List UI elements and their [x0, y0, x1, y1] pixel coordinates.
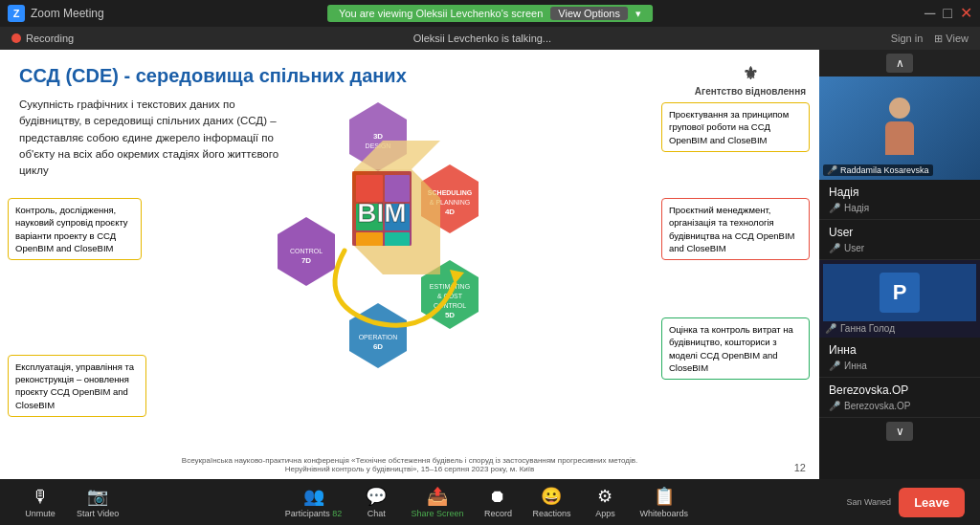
footer-line1: Всеукраїнська науково-практична конферен…	[19, 456, 800, 465]
presentation-area: ССД (CDE) - середовища спільних даних Су…	[0, 50, 819, 479]
svg-text:CONTROL: CONTROL	[290, 248, 323, 254]
participants-button[interactable]: 👥 Participants 82	[278, 482, 350, 522]
participant-sublabel-berezovska: Berezovska.OP	[844, 401, 910, 411]
mic-icon-hanna: 🎤	[825, 323, 836, 334]
apps-icon: ⚙	[597, 486, 612, 507]
participant-sublabel-user: User	[844, 243, 864, 253]
callout-bot-right: Оцінка та контроль витрат на будівництво…	[661, 317, 810, 380]
app-icon: Z	[8, 5, 25, 22]
screen-share-banner: You are viewing Oleksii Levchenko's scre…	[327, 5, 653, 22]
share-screen-button[interactable]: 📤 Share Screen	[403, 482, 471, 522]
svg-text:4D: 4D	[445, 208, 455, 216]
local-user-name: San Waned	[846, 497, 891, 507]
participant-sublabel-hanna: Ганна Голод	[840, 323, 895, 334]
record-button[interactable]: ⏺ Record	[473, 483, 523, 522]
participant-item-hanna: P 🎤 Ганна Голод	[819, 260, 980, 338]
svg-rect-26	[356, 232, 383, 246]
participant-item-user: User 🎤 User	[819, 220, 980, 260]
callout-text-2: Проєктний менеджмент, організація та тех…	[669, 205, 794, 253]
app-title: Zoom Meeting	[31, 7, 104, 20]
svg-text:5D: 5D	[445, 311, 455, 319]
apps-label: Apps	[595, 509, 615, 518]
callout-text-3: Оцінка та контроль витрат на будівництво…	[669, 324, 793, 373]
maximize-button[interactable]: □	[943, 6, 952, 21]
unmute-button[interactable]: 🎙 Unmute	[15, 483, 65, 522]
leave-button[interactable]: Leave	[899, 488, 965, 517]
participant-nav-down: ∨	[819, 418, 980, 445]
nav-down-button[interactable]: ∨	[886, 422, 913, 441]
minimize-button[interactable]: ─	[924, 6, 935, 21]
chat-button[interactable]: 💬 Chat	[351, 482, 401, 522]
whiteboards-label: Whiteboards	[639, 509, 688, 518]
whiteboards-button[interactable]: 📋 Whiteboards	[632, 482, 696, 522]
participant-nav-up: ∧	[819, 50, 980, 77]
participants-icon: 👥	[303, 486, 324, 507]
chevron-down-icon: ▾	[635, 8, 641, 20]
recording-badge: Recording	[11, 33, 74, 44]
reactions-label: Reactions	[532, 509, 570, 518]
apps-button[interactable]: ⚙ Apps	[580, 482, 630, 522]
header-actions: Sign in ⊞ View	[891, 33, 969, 45]
participant-item-nadia: Надія 🎤 Надія	[819, 180, 980, 220]
whiteboards-icon: 📋	[654, 486, 675, 507]
participant-name-badge: 🎤 Raddamila Kosarevska	[823, 164, 933, 176]
bim-svg: 3D DESIGN SCHEDULING & PLANNING 4D ESTIM…	[249, 93, 507, 370]
mic-icon-berezovska: 🎤	[829, 401, 840, 411]
mic-icon: 🎤	[827, 165, 837, 175]
participant-name-inna: Инна	[829, 343, 970, 357]
title-bar: Z Zoom Meeting You are viewing Oleksii L…	[0, 0, 980, 27]
chat-label: Chat	[368, 509, 386, 518]
reactions-button[interactable]: 😀 Reactions	[524, 482, 578, 522]
window-controls: ─ □ ✕	[924, 6, 972, 21]
chat-icon: 💬	[366, 486, 387, 507]
record-label: Record	[484, 509, 512, 518]
callout-text-1: Проєктування за принципом групової робот…	[669, 109, 789, 145]
sign-in-link[interactable]: Sign in	[891, 33, 924, 45]
mic-icon-inna: 🎤	[829, 361, 840, 371]
callout-text-4: Експлуатація, управління та реконструкці…	[15, 361, 134, 410]
logo-icon: ⚜	[695, 63, 806, 84]
svg-text:6D: 6D	[373, 342, 383, 351]
participant-sublabel-inna: Инна	[844, 361, 867, 371]
toolbar-right-group: San Waned Leave	[846, 488, 965, 517]
participant-sub-inna: 🎤 Инна	[829, 361, 970, 371]
unmute-label: Unmute	[25, 509, 56, 518]
toolbar-left-group: 🎙 Unmute 📷 Start Video	[15, 482, 126, 522]
talking-indicator: Oleksii Levchenko is talking...	[413, 33, 551, 44]
nav-up-button[interactable]: ∧	[886, 54, 913, 73]
local-user-info: San Waned	[846, 497, 891, 507]
page-number: 12	[794, 462, 806, 473]
avatar-head	[889, 98, 910, 119]
share-screen-icon: 📤	[427, 486, 448, 507]
participant-sub-berezovska: 🎤 Berezovska.OP	[829, 401, 970, 411]
record-icon: ⏺	[489, 487, 506, 507]
svg-text:7D: 7D	[301, 256, 311, 265]
reactions-icon: 😀	[541, 486, 562, 507]
view-options-button[interactable]: View Options	[550, 7, 628, 20]
callout-text-5: Контроль, дослідження, науковий супровід…	[15, 205, 128, 253]
slide-title: ССД (CDE) - середовища спільних даних	[19, 65, 800, 87]
mic-icon-nadia: 🎤	[829, 203, 840, 213]
participants-panel: ∧ 🎤 Raddamila Kosarevska Надія 🎤 Надія	[819, 50, 980, 479]
participant-sub-user: 🎤 User	[829, 243, 970, 253]
agency-logo: ⚜ Агентство відновлення	[695, 63, 806, 97]
participant-name-berezovska: Berezovska.OP	[829, 383, 970, 397]
close-button[interactable]: ✕	[960, 6, 972, 21]
footer-line2: Неруйнівний контроль у будівництві», 15–…	[19, 465, 800, 473]
participant-sub-nadia: 🎤 Надія	[829, 203, 970, 213]
recording-label: Recording	[26, 33, 74, 44]
view-button[interactable]: ⊞ View	[934, 33, 969, 45]
mic-icon-toolbar: 🎙	[32, 487, 49, 507]
participant-avatar-figure	[876, 98, 924, 160]
video-icon: 📷	[87, 486, 108, 507]
participant-sub-hanna: 🎤 Ганна Голод	[823, 321, 976, 334]
participant-video-raddamila: 🎤 Raddamila Kosarevska	[819, 77, 980, 180]
svg-text:3D: 3D	[373, 132, 383, 141]
toolbar: 🎙 Unmute 📷 Start Video 👥 Participants 82…	[0, 479, 980, 525]
participant-sublabel-nadia: Надія	[844, 203, 869, 213]
start-video-button[interactable]: 📷 Start Video	[69, 482, 126, 522]
participant-avatar-hanna: P	[823, 264, 976, 321]
bim-diagram: 3D DESIGN SCHEDULING & PLANNING 4D ESTIM…	[249, 93, 507, 370]
recording-dot	[11, 33, 21, 43]
toolbar-center-group: 👥 Participants 82 💬 Chat 📤 Share Screen …	[278, 482, 696, 522]
